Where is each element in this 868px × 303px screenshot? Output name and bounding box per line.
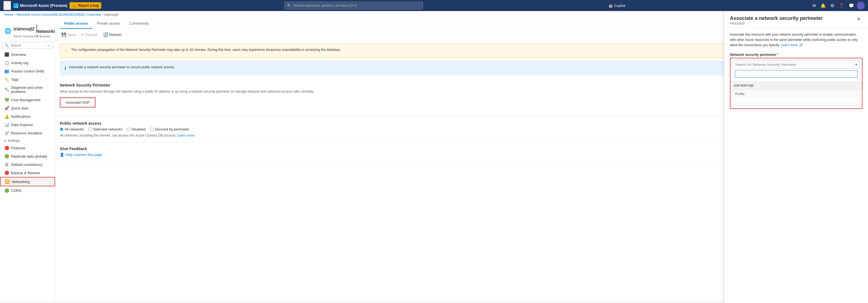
right-panel-subtitle: PREVIEW xyxy=(730,22,823,25)
sub-input-container: sub xyxy=(733,70,860,80)
sidebar-item-tags[interactable]: 🏷️ Tags xyxy=(0,75,55,83)
profile-input[interactable] xyxy=(735,97,857,104)
sidebar-item-activity-log[interactable]: 📋 Activity log xyxy=(0,59,55,67)
hamburger-menu[interactable]: ☰ xyxy=(3,1,11,10)
bug-icon: 🐛 xyxy=(72,3,77,8)
secured-perimeter-radio[interactable] xyxy=(150,128,154,131)
settings-icon-button[interactable]: ⚙ xyxy=(829,2,836,9)
overview-icon: ⬛ xyxy=(4,52,9,57)
nav-icons: ✉ 🔔 ⚙ ❓ 💬 xyxy=(811,2,865,9)
cors-icon: 🟢 xyxy=(4,188,9,193)
data-explorer-icon: 📊 xyxy=(4,123,9,127)
nsp-form-field: Network security perimeter * ▾ sub sub-t… xyxy=(730,53,863,109)
feedback-icon-button[interactable]: 💬 xyxy=(847,2,856,9)
copilot-button[interactable]: 🤖 Copilot xyxy=(606,2,627,9)
sidebar: 🌐 irianosql2 | Networking ☆ ··· Azure Co… xyxy=(0,19,55,302)
sidebar-item-data-explorer[interactable]: 📊 Data Explorer xyxy=(0,121,55,129)
azure-logo-icon xyxy=(13,3,18,8)
panel-description: Associate this resource with your networ… xyxy=(730,32,863,48)
all-networks-option[interactable]: All networks xyxy=(60,127,84,131)
sidebar-item-notifications[interactable]: 🔔 Notifications xyxy=(0,112,55,121)
networking-icon: 🔀 xyxy=(5,179,9,184)
selected-networks-radio[interactable] xyxy=(88,128,92,131)
settings-section-chevron: ▾ xyxy=(4,139,6,143)
global-search-input[interactable] xyxy=(293,4,421,7)
sidebar-item-features[interactable]: 🔴 Features xyxy=(0,144,55,152)
profile-label: Profile xyxy=(735,92,857,96)
replicate-icon: 🟢 xyxy=(4,154,9,159)
learn-more-panel-link[interactable]: Learn more 🔗 xyxy=(781,43,803,47)
breadcrumb-current: irianosql2 xyxy=(104,13,119,16)
sidebar-item-label: Quick start xyxy=(11,106,28,110)
disabled-radio[interactable] xyxy=(127,128,130,131)
breadcrumb-home[interactable]: Home xyxy=(4,13,13,16)
nsp-search-field[interactable] xyxy=(733,61,853,68)
access-control-icon: 👥 xyxy=(4,69,9,73)
associate-nsp-button[interactable]: Associate NSP xyxy=(61,98,94,106)
refresh-button[interactable]: 🔄 Refresh xyxy=(101,31,123,38)
sidebar-item-resource-visualizer[interactable]: 🔗 Resource visualizer xyxy=(0,129,55,137)
global-search-bar[interactable]: 🔍 xyxy=(284,2,423,9)
sidebar-item-backup-restore[interactable]: 🔴 Backup & Restore xyxy=(0,169,55,177)
sidebar-search-container[interactable]: 🔍 ‹ » xyxy=(2,42,53,49)
avatar[interactable] xyxy=(857,2,865,9)
report-bug-button[interactable]: 🐛 Report a bug xyxy=(69,2,101,9)
notifications-icon: 🔔 xyxy=(4,114,9,119)
resource-name: irianosql2 xyxy=(13,27,35,32)
sidebar-search-icon: 🔍 xyxy=(5,43,9,47)
sidebar-item-cost-management[interactable]: 💚 Cost Management xyxy=(0,96,55,104)
learn-more-link[interactable]: Learn more. xyxy=(177,134,195,137)
resource-visualizer-icon: 🔗 xyxy=(4,131,9,135)
selected-networks-option[interactable]: Selected networks xyxy=(88,127,122,131)
tab-public-access[interactable]: Public access xyxy=(60,19,92,29)
notification-icon-button[interactable]: 🔔 xyxy=(819,2,828,9)
help-icon-button[interactable]: ❓ xyxy=(837,2,846,9)
sidebar-item-default-consistency[interactable]: ☰ Default consistency xyxy=(0,160,55,169)
all-networks-radio[interactable] xyxy=(60,128,63,131)
backup-icon: 🔴 xyxy=(4,171,9,175)
quick-start-icon: 🚀 xyxy=(4,106,9,110)
sidebar-item-diagnose[interactable]: 🔧 Diagnose and solve problems xyxy=(0,83,55,96)
consistency-icon: ☰ xyxy=(4,162,9,167)
close-panel-button[interactable]: ✕ xyxy=(855,15,863,23)
info-text: Associate a network security perimeter t… xyxy=(69,65,175,70)
discard-button[interactable]: ↩ Discard xyxy=(80,31,99,38)
nsp-sub-input[interactable]: sub xyxy=(735,70,858,78)
features-icon: 🔴 xyxy=(4,146,9,150)
settings-section-label: Settings xyxy=(8,139,20,143)
resource-subtitle: Azure Cosmos DB account xyxy=(13,35,55,38)
save-button[interactable]: 💾 Save xyxy=(60,31,77,38)
sidebar-item-replicate[interactable]: 🟢 Replicate data globally xyxy=(0,152,55,160)
sidebar-item-access-control[interactable]: 👥 Access control (IAM) xyxy=(0,67,55,75)
save-icon: 💾 xyxy=(61,32,66,37)
sidebar-item-label: Default consistency xyxy=(11,163,42,167)
discard-icon: ↩ xyxy=(81,32,85,37)
sidebar-item-overview[interactable]: ⬛ Overview xyxy=(0,50,55,59)
disabled-option[interactable]: Disabled xyxy=(127,127,146,131)
app-name: Microsoft Azure (Preview) xyxy=(20,3,67,8)
nsp-dropdown-arrow[interactable]: ▾ xyxy=(853,61,860,68)
sidebar-item-networking[interactable]: 🔀 Networking xyxy=(0,177,55,186)
nsp-option-label: sub-test-nsp xyxy=(734,83,754,87)
secured-perimeter-option[interactable]: Secured by perimeter xyxy=(150,127,189,131)
nsp-dropdown-row: ▾ xyxy=(733,61,860,69)
feedback-icon: 👤 xyxy=(60,153,64,157)
sidebar-item-cors[interactable]: 🟢 CORS xyxy=(0,186,55,195)
cost-management-icon: 💚 xyxy=(4,98,9,102)
sidebar-item-quick-start[interactable]: 🚀 Quick start xyxy=(0,104,55,112)
sidebar-search-input[interactable] xyxy=(10,43,43,47)
tab-connectivity[interactable]: Connectivity xyxy=(125,19,153,29)
settings-section-header[interactable]: ▾ Settings xyxy=(0,137,55,144)
breadcrumb-cosmosdb[interactable]: Microsoft.Azure.CosmosDB-20240430135839 … xyxy=(17,13,101,16)
sidebar-collapse-btn[interactable]: ‹ xyxy=(45,44,47,47)
sidebar-item-label: Overview xyxy=(11,53,26,57)
sidebar-item-label: Access control (IAM) xyxy=(11,69,44,73)
tab-private-access[interactable]: Private access xyxy=(92,19,125,29)
email-icon-button[interactable]: ✉ xyxy=(811,2,817,9)
sidebar-item-label: Cost Management xyxy=(11,98,40,102)
right-panel-body: Associate this resource with your networ… xyxy=(724,28,868,302)
top-navigation: ☰ Microsoft Azure (Preview) 🐛 Report a b… xyxy=(0,0,868,11)
sidebar-item-label: Networking xyxy=(11,180,30,184)
sidebar-expand-btn[interactable]: » xyxy=(48,44,51,47)
nsp-option-item[interactable]: sub-test-nsp xyxy=(731,81,862,90)
